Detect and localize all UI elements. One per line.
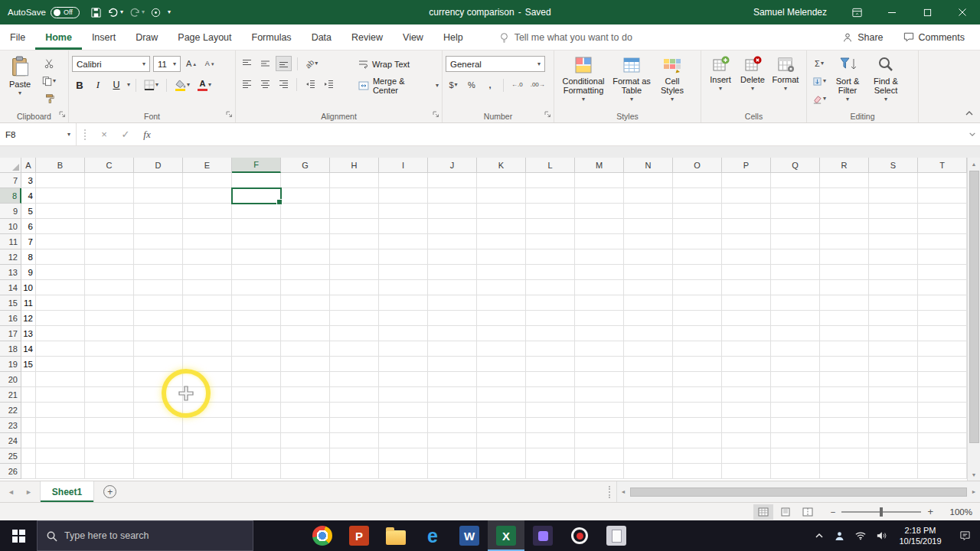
decrease-decimal-button[interactable]: .00→ [528, 77, 547, 93]
cell-G20[interactable] [281, 372, 330, 387]
volume-tray-button[interactable] [871, 520, 891, 551]
row-header-26[interactable]: 26 [0, 464, 21, 479]
cell-O17[interactable] [673, 326, 722, 341]
cell-S22[interactable] [869, 403, 918, 418]
cell-K22[interactable] [477, 403, 526, 418]
cell-C25[interactable] [85, 448, 134, 464]
cell-Q13[interactable] [771, 265, 820, 280]
cell-R24[interactable] [820, 433, 869, 448]
excel-button[interactable]: X [488, 520, 524, 551]
cell-H26[interactable] [330, 464, 379, 479]
undo-button[interactable]: ▾ [105, 3, 126, 21]
cell-D12[interactable] [134, 249, 183, 265]
cell-D18[interactable] [134, 341, 183, 357]
number-dialog-launcher[interactable] [544, 109, 551, 120]
merge-center-button[interactable]: Merge & Center ▾ [358, 77, 439, 93]
vertical-scrollbar[interactable]: ▲ ▼ [967, 158, 980, 481]
cell-S11[interactable] [869, 234, 918, 249]
column-header-F[interactable]: F [232, 158, 281, 173]
cell-F24[interactable] [232, 433, 281, 448]
cell-Q15[interactable] [771, 295, 820, 311]
expand-formula-bar-button[interactable] [965, 123, 980, 145]
comments-button[interactable]: Comments [903, 32, 965, 43]
edge-button[interactable]: e [414, 520, 451, 551]
cell-I20[interactable] [379, 372, 428, 387]
copy-button[interactable]: ▾ [40, 74, 58, 88]
formula-input[interactable] [158, 123, 965, 145]
cell-M11[interactable] [575, 234, 624, 249]
cell-R7[interactable] [820, 173, 869, 188]
font-size-combo[interactable]: 11 ▾ [153, 56, 181, 72]
cell-K15[interactable] [477, 295, 526, 311]
cell-O11[interactable] [673, 234, 722, 249]
comma-style-button[interactable]: , [482, 77, 498, 93]
cell-I18[interactable] [379, 341, 428, 357]
bottom-align-button[interactable] [276, 56, 292, 71]
cell-G17[interactable] [281, 326, 330, 341]
cell-E23[interactable] [183, 418, 232, 433]
cell-O12[interactable] [673, 249, 722, 265]
borders-button[interactable]: ▾ [142, 77, 161, 93]
cell-K8[interactable] [477, 188, 526, 204]
cell-S24[interactable] [869, 433, 918, 448]
taskbar-search[interactable] [37, 520, 253, 551]
cell-I12[interactable] [379, 249, 428, 265]
cell-F10[interactable] [232, 219, 281, 234]
cell-G9[interactable] [281, 204, 330, 219]
cell-R22[interactable] [820, 403, 869, 418]
horizontal-scrollbar[interactable]: ◄ ► [616, 481, 980, 502]
cell-E16[interactable] [183, 311, 232, 326]
cancel-formula-button[interactable]: × [93, 123, 115, 145]
cell-P20[interactable] [722, 372, 771, 387]
cell-I16[interactable] [379, 311, 428, 326]
cell-P9[interactable] [722, 204, 771, 219]
cell-J26[interactable] [428, 464, 477, 479]
accounting-format-button[interactable]: $ ▾ [446, 77, 461, 93]
cell-J22[interactable] [428, 403, 477, 418]
cell-L26[interactable] [526, 464, 575, 479]
cell-C23[interactable] [85, 418, 134, 433]
cell-J23[interactable] [428, 418, 477, 433]
font-color-button[interactable]: A ▾ [195, 77, 214, 93]
cell-Q8[interactable] [771, 188, 820, 204]
cell-A7[interactable]: 3 [21, 173, 36, 188]
cell-I22[interactable] [379, 403, 428, 418]
italic-button[interactable]: I [90, 77, 106, 93]
cell-I25[interactable] [379, 448, 428, 464]
cell-M17[interactable] [575, 326, 624, 341]
cell-O22[interactable] [673, 403, 722, 418]
cell-D23[interactable] [134, 418, 183, 433]
cell-M7[interactable] [575, 173, 624, 188]
scroll-right-arrow[interactable]: ► [968, 486, 980, 498]
row-header-19[interactable]: 19 [0, 357, 21, 372]
page-layout-view-button[interactable] [776, 504, 795, 520]
cell-I21[interactable] [379, 387, 428, 403]
cell-K21[interactable] [477, 387, 526, 403]
cell-Q20[interactable] [771, 372, 820, 387]
cell-I23[interactable] [379, 418, 428, 433]
cell-G22[interactable] [281, 403, 330, 418]
cell-B20[interactable] [36, 372, 85, 387]
scroll-left-arrow[interactable]: ◄ [617, 486, 629, 498]
cell-G13[interactable] [281, 265, 330, 280]
cell-L17[interactable] [526, 326, 575, 341]
cell-O13[interactable] [673, 265, 722, 280]
cell-F12[interactable] [232, 249, 281, 265]
cell-C26[interactable] [85, 464, 134, 479]
cell-S20[interactable] [869, 372, 918, 387]
cell-B19[interactable] [36, 357, 85, 372]
network-tray-button[interactable] [850, 520, 871, 551]
cell-B22[interactable] [36, 403, 85, 418]
align-center-button[interactable] [257, 77, 273, 92]
cell-R11[interactable] [820, 234, 869, 249]
tab-formulas[interactable]: Formulas [242, 24, 302, 50]
cell-C20[interactable] [85, 372, 134, 387]
formula-bar-splitter[interactable] [84, 129, 86, 140]
cell-B9[interactable] [36, 204, 85, 219]
cell-M18[interactable] [575, 341, 624, 357]
top-align-button[interactable] [239, 56, 254, 71]
cell-C10[interactable] [85, 219, 134, 234]
cell-R17[interactable] [820, 326, 869, 341]
cell-H9[interactable] [330, 204, 379, 219]
align-left-button[interactable] [239, 77, 254, 92]
